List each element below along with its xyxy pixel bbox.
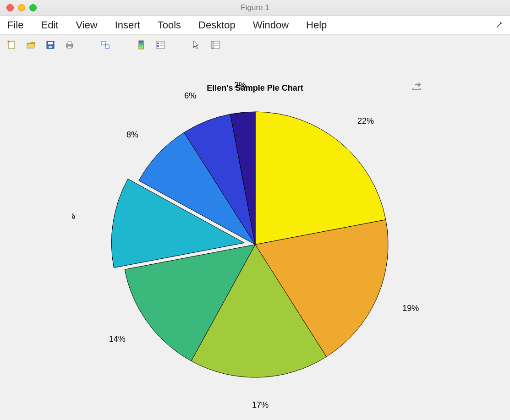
plot-tools-icon[interactable] bbox=[209, 38, 222, 51]
axes-area: Ellen's Sample Pie Chart 22%19%17%14%11%… bbox=[0, 55, 510, 420]
svg-rect-13 bbox=[157, 45, 159, 47]
titlebar: Figure 1 bbox=[0, 0, 510, 16]
slice-label: 6% bbox=[184, 91, 196, 100]
svg-rect-17 bbox=[211, 41, 214, 49]
slice-label: 22% bbox=[357, 117, 374, 126]
window-controls bbox=[6, 4, 37, 11]
menu-view[interactable]: View bbox=[76, 19, 97, 31]
maximize-icon[interactable] bbox=[29, 4, 37, 11]
slice-label: 11% bbox=[72, 212, 75, 221]
save-icon[interactable] bbox=[44, 38, 57, 51]
svg-rect-12 bbox=[157, 43, 159, 44]
toolbar bbox=[0, 35, 510, 55]
svg-rect-11 bbox=[156, 41, 165, 49]
figure-window: Figure 1 File Edit View Insert Tools Des… bbox=[0, 0, 510, 420]
minimize-icon[interactable] bbox=[18, 4, 25, 11]
pie-chart: 22%19%17%14%11%8%6%3% bbox=[72, 75, 439, 414]
new-figure-icon[interactable] bbox=[5, 38, 18, 51]
window-title: Figure 1 bbox=[0, 3, 510, 12]
slice-label: 19% bbox=[402, 304, 419, 313]
svg-rect-9 bbox=[105, 45, 109, 49]
open-file-icon[interactable] bbox=[25, 38, 38, 51]
menubar: File Edit View Insert Tools Desktop Wind… bbox=[0, 16, 510, 35]
pointer-icon[interactable] bbox=[190, 38, 203, 51]
slice-label: 14% bbox=[109, 334, 125, 344]
slice-label: 8% bbox=[126, 131, 138, 140]
svg-rect-8 bbox=[102, 41, 105, 45]
slice-label: 17% bbox=[252, 400, 268, 409]
menu-tools[interactable]: Tools bbox=[158, 19, 181, 31]
svg-rect-6 bbox=[68, 42, 71, 44]
print-icon[interactable] bbox=[63, 38, 76, 51]
dock-icon[interactable] bbox=[496, 22, 503, 29]
svg-rect-3 bbox=[48, 42, 53, 44]
slice-label: 3% bbox=[234, 81, 246, 90]
colorbar-icon[interactable] bbox=[135, 38, 148, 51]
svg-rect-7 bbox=[68, 46, 71, 49]
menu-desktop[interactable]: Desktop bbox=[198, 19, 236, 31]
svg-rect-10 bbox=[139, 41, 143, 49]
menu-insert[interactable]: Insert bbox=[115, 19, 140, 31]
menu-help[interactable]: Help bbox=[306, 19, 327, 31]
menu-edit[interactable]: Edit bbox=[41, 19, 58, 31]
svg-rect-4 bbox=[49, 46, 52, 48]
close-icon[interactable] bbox=[6, 4, 14, 11]
link-icon[interactable] bbox=[99, 38, 112, 51]
legend-icon[interactable] bbox=[154, 38, 167, 51]
menu-window[interactable]: Window bbox=[253, 19, 289, 31]
menu-file[interactable]: File bbox=[7, 19, 23, 31]
